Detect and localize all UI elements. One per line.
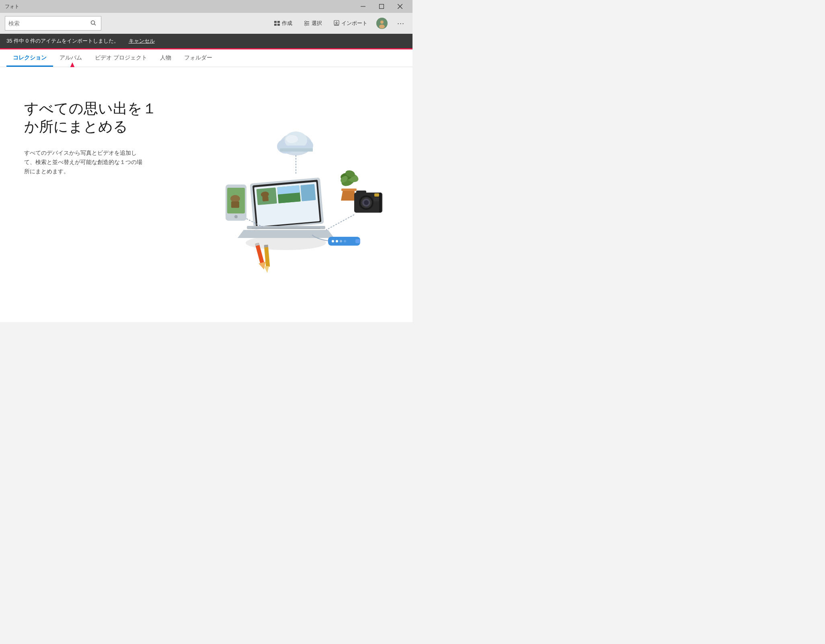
progress-bar xyxy=(0,48,412,49)
notification-bar: 35 件中 0 件のアイテムをインポートしました。 キャンセル xyxy=(0,34,412,48)
tab-people[interactable]: 人物 xyxy=(154,50,178,67)
svg-point-77 xyxy=(332,240,334,242)
svg-rect-65 xyxy=(374,193,379,197)
svg-point-50 xyxy=(234,215,238,218)
svg-rect-9 xyxy=(277,24,280,26)
svg-rect-36 xyxy=(262,196,269,201)
svg-rect-58 xyxy=(341,189,357,191)
tab-album[interactable]: アルバム xyxy=(53,50,88,67)
progress-bar-container xyxy=(0,48,412,49)
tab-folder[interactable]: フォルダー xyxy=(178,50,219,67)
more-button[interactable]: ··· xyxy=(394,18,408,29)
minimize-button[interactable] xyxy=(354,0,372,13)
svg-line-68 xyxy=(326,215,354,230)
svg-point-19 xyxy=(380,21,384,24)
svg-marker-57 xyxy=(341,190,356,201)
main-description: すべてのデバイスから写真とビデオを追加して、検索と並べ替えが可能な創造的な１つの… xyxy=(24,148,145,176)
app-title: フォト xyxy=(5,3,19,10)
svg-rect-67 xyxy=(379,193,381,213)
select-button[interactable]: 選択 xyxy=(301,18,324,29)
svg-rect-66 xyxy=(374,197,380,201)
svg-rect-28 xyxy=(280,148,313,152)
content-right xyxy=(203,91,388,306)
svg-line-5 xyxy=(94,24,96,25)
svg-point-80 xyxy=(344,240,346,242)
svg-point-48 xyxy=(230,195,240,202)
svg-rect-49 xyxy=(231,201,239,208)
tab-video-project[interactable]: ビデオ プロジェクト xyxy=(88,50,154,67)
header-actions: 作成 選択 インポート xyxy=(271,18,408,29)
main-content: すべての思い出を１か所にまとめる すべてのデバイスから写真とビデオを追加して、検… xyxy=(0,67,412,322)
svg-rect-7 xyxy=(277,21,280,23)
notification-text: 35 件中 0 件のアイテムをインポートしました。 xyxy=(6,37,119,45)
title-bar: フォト xyxy=(0,0,412,13)
create-label: 作成 xyxy=(282,20,292,27)
svg-marker-44 xyxy=(238,230,334,238)
nav-tabs: コレクション アルバム ビデオ プロジェクト 人物 フォルダー xyxy=(0,49,412,67)
create-button[interactable]: 作成 xyxy=(271,18,295,29)
import-label: インポート xyxy=(341,20,367,27)
select-label: 選択 xyxy=(312,20,322,27)
avatar[interactable] xyxy=(376,18,388,29)
svg-rect-60 xyxy=(356,191,366,195)
maximize-button[interactable] xyxy=(372,0,391,13)
svg-point-13 xyxy=(305,21,306,23)
app-header: 作成 選択 インポート xyxy=(0,13,412,34)
svg-rect-42 xyxy=(252,228,320,229)
svg-point-79 xyxy=(340,240,342,242)
svg-rect-74 xyxy=(264,245,268,248)
svg-point-14 xyxy=(305,24,306,26)
title-bar-left: フォト xyxy=(5,3,19,10)
search-button[interactable] xyxy=(89,19,98,28)
search-box xyxy=(5,16,101,31)
cancel-button[interactable]: キャンセル xyxy=(129,37,155,45)
svg-point-20 xyxy=(379,25,385,29)
svg-point-78 xyxy=(336,240,338,242)
main-heading: すべての思い出を１か所にまとめる xyxy=(24,99,203,135)
svg-rect-1 xyxy=(380,4,384,9)
svg-rect-40 xyxy=(300,184,316,201)
illustration xyxy=(203,118,388,279)
svg-point-26 xyxy=(286,135,298,143)
import-button[interactable]: インポート xyxy=(331,18,370,29)
svg-rect-6 xyxy=(274,21,277,23)
svg-marker-73 xyxy=(264,266,269,273)
tab-collection[interactable]: コレクション xyxy=(6,50,53,67)
close-button[interactable] xyxy=(391,0,409,13)
svg-point-64 xyxy=(364,200,369,205)
svg-rect-76 xyxy=(355,239,360,243)
title-bar-controls xyxy=(354,0,409,13)
svg-point-4 xyxy=(91,21,95,24)
svg-rect-8 xyxy=(274,24,277,26)
search-input[interactable] xyxy=(8,20,86,27)
content-left: すべての思い出を１か所にまとめる すべてのデバイスから写真とビデオを追加して、検… xyxy=(24,91,203,306)
